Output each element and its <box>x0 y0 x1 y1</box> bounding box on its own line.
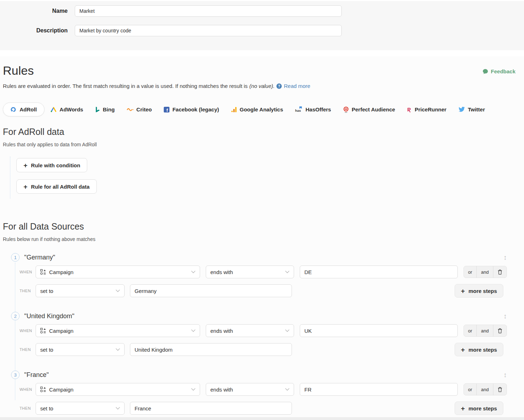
dimension-icon <box>40 387 46 392</box>
rule-number-badge: 1 <box>11 253 20 262</box>
delete-condition-button[interactable] <box>493 266 507 278</box>
result-value-input[interactable] <box>130 402 292 415</box>
all-sources-section-subtitle: Rules below run if nothing above matches <box>3 236 507 243</box>
plus-icon: + <box>461 288 465 294</box>
tab-label: Twitter <box>468 106 485 112</box>
condition-value-input[interactable] <box>300 324 458 337</box>
or-button[interactable]: or <box>464 384 477 395</box>
chevron-down-icon <box>191 329 195 332</box>
chevron-down-icon <box>285 271 289 273</box>
condition-value-input[interactable] <box>300 383 458 396</box>
more-steps-button[interactable]: + more steps <box>455 284 503 298</box>
rules-intro-text: Rules are evaluated in order. The first … <box>3 83 248 90</box>
hasoffers-icon: has <box>295 106 303 112</box>
drag-handle-icon[interactable]: ↕ <box>504 254 507 261</box>
tab-label: Criteo <box>136 106 152 112</box>
trash-icon <box>498 387 502 392</box>
add-rule-with-condition-button[interactable]: + Rule with condition <box>16 158 87 172</box>
rules-intro: Rules are evaluated in order. The first … <box>3 83 507 90</box>
drag-handle-icon[interactable]: ↕ <box>504 313 507 320</box>
result-value-input[interactable] <box>130 343 292 356</box>
result-value-input[interactable] <box>130 284 292 297</box>
tab-bing[interactable]: Bing <box>89 103 121 116</box>
or-button[interactable]: or <box>464 325 477 336</box>
chevron-down-icon <box>285 329 289 332</box>
tab-facebook-legacy[interactable]: f Facebook (legacy) <box>158 103 225 116</box>
google-analytics-icon <box>231 107 237 112</box>
feedback-button[interactable]: Feedback <box>482 68 515 74</box>
tab-label: Facebook (legacy) <box>172 106 219 112</box>
dimension-icon <box>40 328 46 334</box>
more-steps-button[interactable]: + more steps <box>455 401 503 415</box>
tab-criteo[interactable]: Criteo <box>121 103 158 116</box>
action-select[interactable]: set to <box>36 402 125 415</box>
tab-perfect-audience[interactable]: Perfect Audience <box>337 103 401 116</box>
when-row: WHEN Campaign ends with or <box>3 266 507 278</box>
adroll-icon <box>11 107 17 112</box>
action-select[interactable]: set to <box>36 284 125 297</box>
tab-google-analytics[interactable]: Google Analytics <box>225 103 289 116</box>
operator-select[interactable]: ends with <box>206 324 294 337</box>
delete-condition-button[interactable] <box>493 384 507 395</box>
tab-label: AdWords <box>59 106 83 112</box>
plus-icon: + <box>461 346 465 353</box>
operator-select-value: ends with <box>210 328 233 334</box>
then-row: THEN set to + more steps <box>3 284 507 298</box>
action-select[interactable]: set to <box>36 343 125 356</box>
add-rule-all-adroll-button[interactable]: + Rule for all AdRoll data <box>16 179 97 194</box>
rule-title: "Germany" <box>24 254 55 261</box>
speech-bubble-icon <box>482 69 488 74</box>
description-input[interactable] <box>75 25 342 36</box>
or-button[interactable]: or <box>464 266 477 278</box>
criteo-icon <box>127 108 133 111</box>
condition-value-input[interactable] <box>300 266 458 278</box>
then-row: THEN set to + more steps <box>3 401 507 415</box>
tab-adwords[interactable]: AdWords <box>44 103 89 116</box>
tab-label: Bing <box>103 106 115 112</box>
name-label: Name <box>0 8 75 14</box>
panel-bottom-divider <box>0 417 524 420</box>
and-button[interactable]: and <box>476 384 493 395</box>
tab-label: Perfect Audience <box>352 106 395 112</box>
condition-logic-group: or and <box>463 266 507 278</box>
rules-panel: Rules Feedback Rules are evaluated in or… <box>0 56 524 420</box>
tab-hasoffers[interactable]: has HasOffers <box>289 103 337 116</box>
tab-twitter[interactable]: Twitter <box>452 103 491 116</box>
operator-select[interactable]: ends with <box>206 266 294 278</box>
tab-label: PriceRunner <box>415 106 446 112</box>
rule-number-badge: 3 <box>11 371 20 379</box>
perfect-audience-icon <box>343 106 349 113</box>
read-more-link[interactable]: ? Read more <box>276 83 310 90</box>
field-select[interactable]: Campaign <box>36 383 200 396</box>
then-label: THEN <box>20 347 34 352</box>
facebook-icon: f <box>164 107 169 112</box>
tab-pricerunner[interactable]: P PriceRunner <box>401 103 452 116</box>
operator-select[interactable]: ends with <box>206 383 294 396</box>
field-select-value: Campaign <box>49 387 73 393</box>
drag-handle-icon[interactable]: ↕ <box>504 372 507 378</box>
name-input[interactable] <box>75 5 342 17</box>
add-rule-with-condition-label: Rule with condition <box>31 162 80 168</box>
svg-text:?: ? <box>278 84 280 88</box>
dimension-icon <box>40 269 46 275</box>
field-select[interactable]: Campaign <box>36 266 200 278</box>
adroll-rule-buttons: + Rule with condition + Rule for all AdR… <box>10 157 507 199</box>
chevron-down-icon <box>191 271 195 273</box>
more-steps-label: more steps <box>468 405 497 411</box>
tab-adroll[interactable]: AdRoll <box>3 103 44 116</box>
svg-text:has: has <box>295 109 301 112</box>
chevron-down-icon <box>116 348 120 351</box>
and-button[interactable]: and <box>476 266 493 278</box>
tab-label: HasOffers <box>305 106 331 112</box>
adwords-icon <box>51 107 57 112</box>
when-label: WHEN <box>20 270 34 274</box>
rule-header: 3 "France" ↕ <box>3 370 507 379</box>
chevron-down-icon <box>191 388 195 391</box>
twitter-icon <box>459 107 465 112</box>
when-row: WHEN Campaign ends with or <box>3 324 507 337</box>
delete-condition-button[interactable] <box>493 325 507 336</box>
and-button[interactable]: and <box>476 325 493 336</box>
more-steps-button[interactable]: + more steps <box>455 343 503 356</box>
field-select[interactable]: Campaign <box>36 324 200 337</box>
tab-label: Google Analytics <box>240 106 283 112</box>
